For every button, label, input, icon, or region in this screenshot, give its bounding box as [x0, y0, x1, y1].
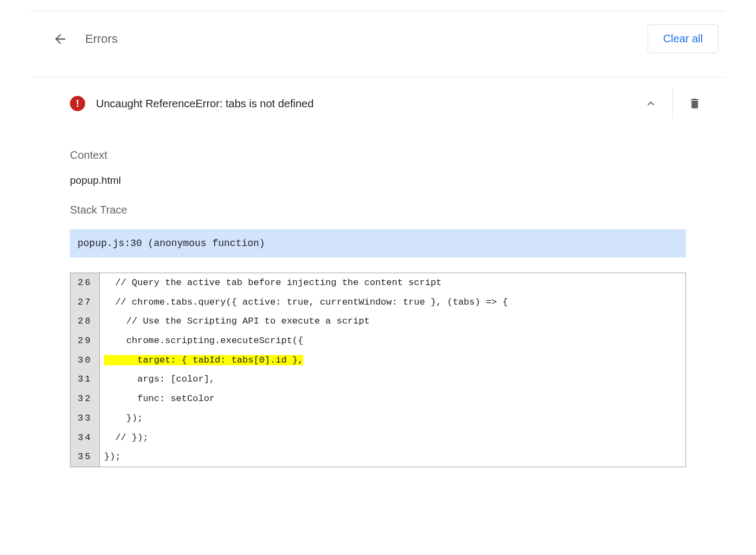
page-title: Errors [85, 32, 118, 46]
line-number: 33 [71, 409, 100, 428]
line-content: chrome.scripting.executeScript({ [100, 331, 685, 351]
code-line: 26 // Query the active tab before inject… [71, 273, 685, 293]
clear-all-button[interactable]: Clear all [648, 24, 719, 53]
code-line: 32 func: setColor [71, 389, 685, 409]
line-content: func: setColor [100, 389, 685, 409]
header: Errors Clear all [31, 11, 725, 66]
errors-panel: Errors Clear all ! Uncaught ReferenceErr… [31, 11, 725, 489]
code-line: 35}); [71, 447, 685, 467]
chevron-up-icon [644, 97, 657, 110]
error-icon: ! [70, 96, 85, 111]
arrow-left-icon [53, 31, 68, 47]
line-content: }); [100, 447, 685, 467]
context-heading: Context [70, 149, 686, 162]
line-content: // Use the Scripting API to execute a sc… [100, 312, 685, 331]
code-line: 29 chrome.scripting.executeScript({ [71, 331, 685, 351]
stack-trace-heading: Stack Trace [70, 204, 686, 216]
error-row-left: ! Uncaught ReferenceError: tabs is not d… [70, 96, 313, 111]
line-content: // Query the active tab before injecting… [100, 273, 685, 293]
code-line: 28 // Use the Scripting API to execute a… [71, 312, 685, 331]
code-line: 31 args: [color], [71, 370, 685, 389]
line-number: 27 [71, 293, 100, 312]
error-actions [629, 88, 716, 119]
line-number: 32 [71, 389, 100, 409]
line-content: }); [100, 409, 685, 428]
trash-icon [688, 97, 701, 110]
line-content: // }); [100, 428, 685, 448]
line-content: // chrome.tabs.query({ active: true, cur… [100, 293, 685, 312]
line-number: 35 [71, 447, 100, 467]
error-message: Uncaught ReferenceError: tabs is not def… [96, 98, 313, 110]
code-block: 26 // Query the active tab before inject… [70, 273, 686, 467]
code-line: 30 target: { tabId: tabs[0].id }, [71, 351, 685, 370]
header-left: Errors [53, 31, 118, 47]
line-number: 30 [71, 351, 100, 370]
line-content: target: { tabId: tabs[0].id }, [100, 351, 685, 370]
line-number: 29 [71, 331, 100, 351]
context-value: popup.html [70, 175, 686, 186]
line-content: args: [color], [100, 370, 685, 389]
code-line: 34 // }); [71, 428, 685, 448]
line-number: 28 [71, 312, 100, 331]
code-line: 33 }); [71, 409, 685, 428]
code-line: 27 // chrome.tabs.query({ active: true, … [71, 293, 685, 312]
error-details: Context popup.html Stack Trace popup.js:… [31, 130, 725, 489]
collapse-button[interactable] [629, 88, 672, 119]
error-row: ! Uncaught ReferenceError: tabs is not d… [31, 78, 725, 130]
back-button[interactable] [53, 31, 68, 47]
line-number: 34 [71, 428, 100, 448]
stack-trace-location[interactable]: popup.js:30 (anonymous function) [70, 229, 686, 257]
line-number: 26 [71, 273, 100, 293]
delete-button[interactable] [673, 88, 716, 119]
line-number: 31 [71, 370, 100, 389]
